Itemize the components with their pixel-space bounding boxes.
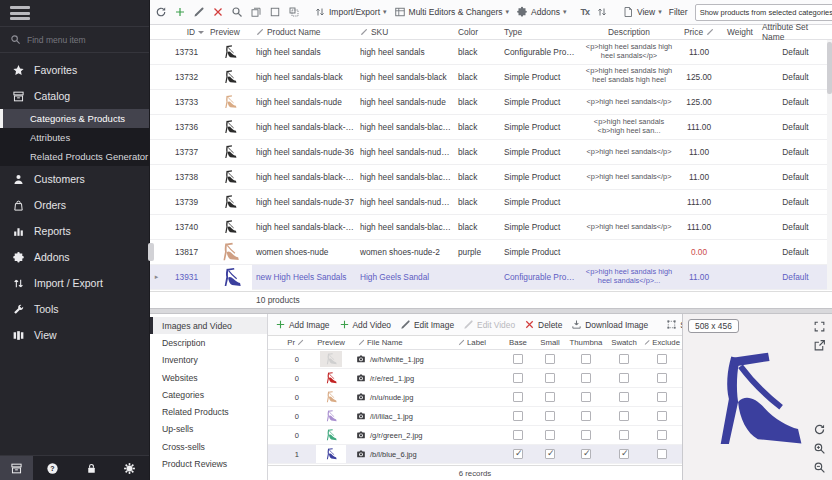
col-header-exclude[interactable]: Exclude [642,338,682,347]
text-attributes-icon[interactable]: Tx [580,7,589,17]
copy-button[interactable] [250,6,262,18]
col-header-pr[interactable]: Pr [280,338,306,347]
addons-dropdown[interactable]: Addons▾ [516,6,566,18]
checkbox-thumbnail[interactable] [581,392,591,402]
checkbox-small[interactable] [545,449,555,459]
sidebar-item-import-export[interactable]: Import / Export [0,270,149,296]
col-header-base[interactable]: Base [502,338,534,347]
image-row[interactable]: ▸ 0 /r/e/red_1.jpg [268,369,682,388]
edit-video-button[interactable]: Edit Video [463,319,515,330]
col-header-preview[interactable]: Preview [207,27,253,37]
settings-button[interactable] [110,462,149,475]
checkbox-thumbnail[interactable] [581,373,591,383]
tab-related-products[interactable]: Related Products [150,403,267,420]
sidebar-item-reports[interactable]: Reports [0,218,149,244]
import-export-dropdown[interactable]: Import/Export▾ [314,6,387,18]
help-button[interactable] [33,462,72,475]
refresh-button[interactable] [155,6,167,18]
checkbox-swatch[interactable] [619,392,629,402]
col-header-thumbnail[interactable]: Thumbna [566,338,606,347]
image-row[interactable]: ▸ 0 /g/r/green_2.jpg [268,426,682,445]
col-header-type[interactable]: Type [501,27,581,37]
row-expander[interactable]: ▸ [150,273,163,281]
delete-image-button[interactable]: Delete [524,319,562,330]
col-header-price[interactable]: Price [677,27,721,37]
image-row[interactable]: ▸ 0 /w/h/white_1.jpg [268,350,682,369]
open-external-icon[interactable] [813,339,826,352]
checkbox-thumbnail[interactable] [581,449,591,459]
col-header-color[interactable]: Color [455,27,501,37]
download-image-button[interactable]: Download Image [571,319,648,330]
checkbox-base[interactable] [513,430,523,440]
checkbox-small[interactable] [545,354,555,364]
sidebar-item-related-products-generator[interactable]: Related Products Generator [0,147,149,166]
checkbox-exclude[interactable] [657,430,667,440]
add-product-button[interactable] [174,6,186,18]
hamburger-menu-icon[interactable] [10,6,30,20]
zoom-out-icon[interactable] [813,461,826,474]
sidebar-splitter-handle[interactable] [148,243,154,261]
store-button[interactable] [0,456,33,480]
sidebar-item-favorites[interactable]: Favorites [0,57,149,83]
tab-description[interactable]: Description [150,334,267,351]
checkbox-thumbnail[interactable] [581,354,591,364]
checkbox-swatch[interactable] [619,449,629,459]
tab-inventory[interactable]: Inventory [150,352,267,369]
table-row[interactable]: ▸ 13931 new High Heels Sandals High Geel… [150,265,832,290]
checkbox-swatch[interactable] [619,354,629,364]
sidebar-item-addons[interactable]: Addons [0,244,149,270]
delete-product-button[interactable] [212,6,224,18]
table-row[interactable]: ▸ 13737 high heel sandals-nude-36 high h… [150,140,832,165]
checkbox-swatch[interactable] [619,411,629,421]
checkbox-swatch[interactable] [619,373,629,383]
table-row[interactable]: ▸ 13736 high heel sandals-black-36 high … [150,115,832,140]
table-row[interactable]: ▸ 13738 high heel sandals-black-37 high … [150,165,832,190]
table-row[interactable]: ▸ 13739 high heel sandals-nude-37 high h… [150,190,832,215]
col-header-img-preview[interactable]: Preview [306,338,356,347]
checkbox-base[interactable] [513,392,523,402]
image-row[interactable]: ▸ 0 /l/i/lilac_1.jpg [268,407,682,426]
tab-categories[interactable]: Categories [150,386,267,403]
checkbox-small[interactable] [545,430,555,440]
zoom-in-icon[interactable] [813,442,826,455]
col-header-attribute-set[interactable]: Attribute Set Name [759,22,832,42]
sidebar-search-input[interactable] [27,35,139,45]
checkbox-exclude[interactable] [657,354,667,364]
checkbox-swatch[interactable] [619,430,629,440]
tab-cross-sells[interactable]: Cross-sells [150,438,267,455]
table-row[interactable]: ▸ 13732 high heel sandals-black high hee… [150,65,832,90]
sidebar-item-tools[interactable]: Tools [0,296,149,322]
checkbox-small[interactable] [545,392,555,402]
view-dropdown[interactable]: View▾ [622,6,662,18]
tab-product-reviews[interactable]: Product Reviews [150,455,267,472]
tab-websites[interactable]: Websites [150,369,267,386]
checkbox-base[interactable] [513,354,523,364]
fullscreen-icon[interactable] [813,320,826,333]
category-filter-select[interactable]: Show products from selected categories▾ [695,4,832,21]
scrollbar-thumb[interactable] [827,42,832,94]
checkbox-base[interactable] [513,373,523,383]
col-header-label[interactable]: Label [456,338,502,347]
col-header-file-name[interactable]: File Name [356,338,456,347]
sidebar-item-attributes[interactable]: Attributes [0,128,149,147]
checkbox-small[interactable] [545,411,555,421]
image-row[interactable]: ▸ 0 /n/u/nude.jpg [268,388,682,407]
multi-editors-dropdown[interactable]: Multi Editors & Changers▾ [394,6,510,18]
col-header-swatch[interactable]: Swatch [606,338,642,347]
checkbox-thumbnail[interactable] [581,411,591,421]
sidebar-item-catalog[interactable]: Catalog [0,83,149,109]
checkbox-exclude[interactable] [657,373,667,383]
checkbox-base[interactable] [513,411,523,421]
row-height-button[interactable] [596,6,608,18]
image-row[interactable]: ▸ 1 /b/l/blue_6.jpg [268,445,682,464]
sidebar-item-view[interactable]: View [0,322,149,348]
tab-up-sells[interactable]: Up-sells [150,421,267,438]
col-header-sku[interactable]: SKU [357,27,455,37]
checkbox-small[interactable] [545,373,555,383]
checkbox-exclude[interactable] [657,411,667,421]
refresh-preview-icon[interactable] [813,423,826,436]
table-row[interactable]: ▸ 13740 high heel sandals-black-38 high … [150,215,832,240]
sidebar-item-orders[interactable]: Orders [0,192,149,218]
col-header-product-name[interactable]: Product Name [253,27,357,37]
sidebar-item-categories-products[interactable]: Categories & Products [0,109,149,128]
